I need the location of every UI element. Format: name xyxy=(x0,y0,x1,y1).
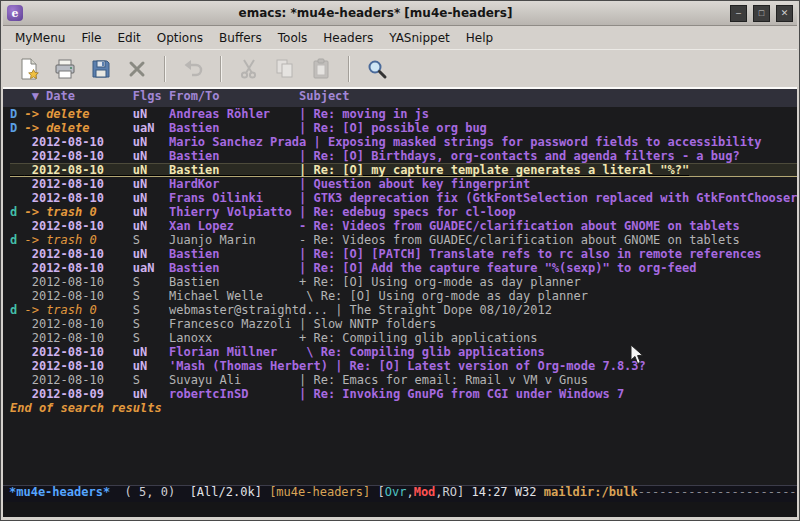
date-cell: 2012-08-10 xyxy=(24,191,132,205)
date-cell: 2012-08-10 xyxy=(24,289,132,303)
date-cell: 2012-08-10 xyxy=(24,177,132,191)
modeline-segment: maildir:/bulk xyxy=(544,485,638,499)
message-row[interactable]: 2012-08-10 uN Xan Lopez - Re: Videos fro… xyxy=(10,219,797,233)
flags-cell: S xyxy=(133,317,169,331)
mark-cell xyxy=(10,177,24,191)
mark-cell xyxy=(10,163,24,177)
header-col-subject[interactable]: Subject xyxy=(299,89,350,103)
message-row[interactable]: d -> trash 0 S Juanjo Marin - Re: Videos… xyxy=(10,233,797,247)
message-row[interactable]: D -> delete uN Andreas Röhler | Re: movi… xyxy=(10,107,797,121)
menu-item-mymenu[interactable]: MyMenu xyxy=(7,28,73,48)
subject-cell: | Re: [O] Birthdays, org-contacts and ag… xyxy=(299,149,740,163)
undo-button[interactable] xyxy=(175,53,211,85)
menu-item-yasnippet[interactable]: YASnippet xyxy=(381,28,458,48)
flags-cell: uN xyxy=(133,359,169,373)
header-col-date[interactable]: ▼ Date xyxy=(10,89,133,103)
subject-cell: | Re: [O] my capture template generates … xyxy=(299,163,689,177)
toolbar-separator xyxy=(164,56,166,82)
maximize-button[interactable]: □ xyxy=(753,5,770,22)
message-row[interactable]: 2012-08-10 S Francesco Mazzoli | Slow NN… xyxy=(10,317,797,331)
copy-icon xyxy=(273,57,297,81)
from-cell: Andreas Röhler xyxy=(169,107,299,121)
message-row[interactable]: d -> trash 0 uN Thierry Volpiatto | Re: … xyxy=(10,205,797,219)
end-of-results: End of search results xyxy=(10,401,797,415)
message-row[interactable]: 2012-08-10 uN Bastien | Re: [O] my captu… xyxy=(10,163,797,177)
mark-target-cell: -> delete xyxy=(24,121,132,135)
message-row[interactable]: 2012-08-10 uN Bastien | Re: [O] Birthday… xyxy=(10,149,797,163)
menu-item-headers[interactable]: Headers xyxy=(315,28,381,48)
message-row[interactable]: 2012-08-10 uN Florian Müllner \ Re: Comp… xyxy=(10,345,797,359)
date-cell: 2012-08-09 xyxy=(24,387,132,401)
echo-area[interactable] xyxy=(3,502,797,517)
undo-icon xyxy=(181,57,205,81)
toolbar-separator xyxy=(348,56,350,82)
paste-icon xyxy=(309,57,333,81)
print-button[interactable] xyxy=(47,53,83,85)
date-cell: 2012-08-10 xyxy=(24,331,132,345)
date-cell: 2012-08-10 xyxy=(24,345,132,359)
mark-cell xyxy=(10,261,24,275)
message-row[interactable]: d -> trash 0 S webmaster@straightd... | … xyxy=(10,303,797,317)
message-row[interactable]: 2012-08-10 uaN Bastien | Re: [O] Add the… xyxy=(10,261,797,275)
close-button[interactable] xyxy=(119,53,155,85)
mode-line[interactable]: *mu4e-headers* ( 5, 0) [All/2.0k] [mu4e-… xyxy=(3,485,797,502)
titlebar[interactable]: e emacs: *mu4e-headers* [mu4e-headers] –… xyxy=(3,1,797,26)
flags-cell: uN xyxy=(133,177,169,191)
mark-cell xyxy=(10,275,24,289)
flags-cell: S xyxy=(133,331,169,345)
paste-button[interactable] xyxy=(303,53,339,85)
message-row[interactable]: 2012-08-10 S Lanoxx + Re: Compiling glib… xyxy=(10,331,797,345)
subject-cell: | GTK3 deprecation fix (GtkFontSelection… xyxy=(299,191,797,205)
close-button[interactable]: ✕ xyxy=(776,5,793,22)
mark-cell xyxy=(10,317,24,331)
modeline-segment: ----------------------------------------… xyxy=(638,485,797,499)
from-cell: Frans Oilinki xyxy=(169,191,299,205)
menu-item-buffers[interactable]: Buffers xyxy=(211,28,270,48)
flags-cell: uN xyxy=(133,247,169,261)
header-col-flags[interactable]: Flgs xyxy=(133,89,169,103)
header-line[interactable]: ▼ Date Flgs From/To Subject xyxy=(3,89,797,107)
header-col-from[interactable]: From/To xyxy=(169,89,299,103)
date-cell: 2012-08-10 xyxy=(24,149,132,163)
toolbar-separator xyxy=(220,56,222,82)
mark-cell xyxy=(10,387,24,401)
modeline-segment: Ovr xyxy=(385,485,407,499)
message-row[interactable]: 2012-08-10 uN Frans Oilinki | GTK3 depre… xyxy=(10,191,797,205)
message-row[interactable]: 2012-08-09 uN robertcInSD | Re: Invoking… xyxy=(10,387,797,401)
message-row[interactable]: D -> delete uaN Bastien | Re: [O] possib… xyxy=(10,121,797,135)
menubar: MyMenuFileEditOptionsBuffersToolsHeaders… xyxy=(3,26,797,49)
minimize-button[interactable]: – xyxy=(730,5,747,22)
message-row[interactable]: 2012-08-10 S Michael Welle \ Re: [O] Usi… xyxy=(10,289,797,303)
from-cell: Juanjo Marin xyxy=(169,233,299,247)
copy-button[interactable] xyxy=(267,53,303,85)
menu-item-help[interactable]: Help xyxy=(458,28,501,48)
print-icon xyxy=(53,57,77,81)
message-row[interactable]: 2012-08-10 S Suvayu Ali | Re: Emacs for … xyxy=(10,373,797,387)
mark-cell xyxy=(10,373,24,387)
from-cell: Bastien xyxy=(169,121,299,135)
menu-item-file[interactable]: File xyxy=(73,28,109,48)
message-row[interactable]: 2012-08-10 uN 'Mash (Thomas Herbert) | R… xyxy=(10,359,797,373)
search-button[interactable] xyxy=(359,53,395,85)
mark-cell xyxy=(10,359,24,373)
subject-cell: + Re: [O] Using org-mode as day planner xyxy=(299,275,581,289)
cut-button[interactable] xyxy=(231,53,267,85)
subject-cell: \ Re: Compiling glib applications xyxy=(299,345,545,359)
mark-cell xyxy=(10,135,24,149)
modeline-segment: [ xyxy=(378,485,385,499)
mark-cell: d xyxy=(10,303,24,317)
message-row[interactable]: 2012-08-10 uN HardKor | Question about k… xyxy=(10,177,797,191)
message-row[interactable]: 2012-08-10 uN Bastien | Re: [O] [PATCH] … xyxy=(10,247,797,261)
flags-cell: S xyxy=(133,373,169,387)
mark-target-cell: -> delete xyxy=(24,107,132,121)
menu-item-tools[interactable]: Tools xyxy=(270,28,316,48)
new-file-button[interactable] xyxy=(11,53,47,85)
message-row[interactable]: 2012-08-10 S Bastien + Re: [O] Using org… xyxy=(10,275,797,289)
date-cell: 2012-08-10 xyxy=(24,135,132,149)
menu-item-edit[interactable]: Edit xyxy=(110,28,149,48)
menu-item-options[interactable]: Options xyxy=(149,28,211,48)
save-icon xyxy=(89,57,113,81)
date-cell: 2012-08-10 xyxy=(24,359,132,373)
save-button[interactable] xyxy=(83,53,119,85)
message-row[interactable]: 2012-08-10 uN Mario Sanchez Prada | Expo… xyxy=(10,135,797,149)
